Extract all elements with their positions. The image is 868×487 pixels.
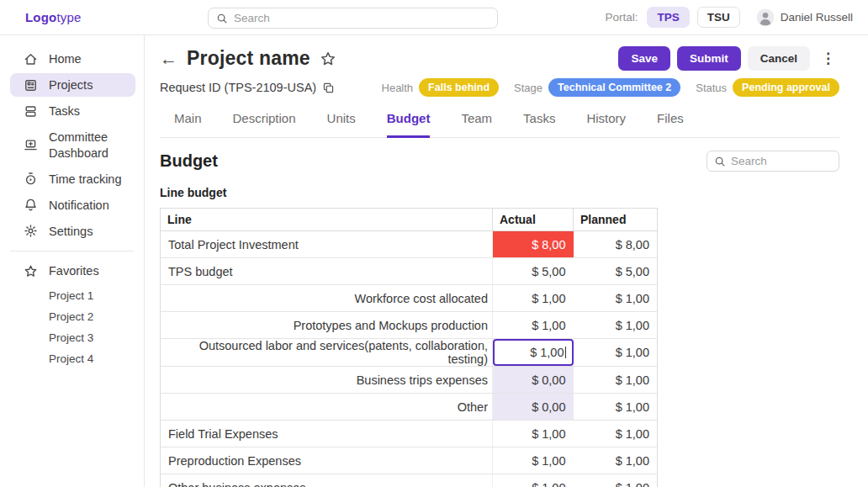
- star-icon: [24, 264, 38, 278]
- badges: Health Falls behind Stage Technical Comm…: [382, 78, 839, 97]
- save-button[interactable]: Save: [618, 46, 670, 71]
- planned-cell[interactable]: $ 1,00: [574, 394, 658, 421]
- planned-cell[interactable]: $ 5,00: [574, 258, 658, 285]
- tab-main[interactable]: Main: [174, 111, 202, 138]
- favorite-project-item[interactable]: Project 3: [10, 327, 135, 348]
- tab-description[interactable]: Description: [233, 111, 296, 138]
- back-arrow-icon[interactable]: ←: [160, 50, 177, 67]
- logo[interactable]: Logotype: [25, 10, 82, 24]
- actual-value: $ 1,00: [530, 346, 564, 359]
- time-tracking-icon: [24, 172, 38, 186]
- budget-header: Budget: [160, 151, 839, 172]
- sidebar-item-home[interactable]: Home: [10, 47, 135, 71]
- favorite-project-item[interactable]: Project 4: [10, 348, 135, 369]
- page-title: Project name: [187, 47, 310, 70]
- kebab-menu-icon[interactable]: ⋮: [817, 50, 839, 67]
- sidebar-item-label: Tasks: [49, 103, 80, 119]
- sidebar: HomeProjectsTasksCommittee DashboardTime…: [0, 35, 145, 487]
- actual-value: $ 1,00: [532, 454, 565, 468]
- settings-icon: [24, 224, 38, 238]
- table-row: Preproduction Expenses$ 1,00$ 1,00: [161, 447, 658, 474]
- topbar: Logotype Portal: TPS TSU Daniel Russell: [0, 0, 868, 35]
- planned-cell[interactable]: $ 1,00: [574, 285, 658, 312]
- sidebar-item-label: Notification: [49, 198, 109, 213]
- portal-chip-tsu[interactable]: TSU: [697, 7, 740, 28]
- health-badge: Falls behind: [419, 78, 499, 97]
- favorite-project-item[interactable]: Project 1: [10, 285, 135, 306]
- sidebar-item-label: Settings: [49, 224, 93, 239]
- sidebar-item-committee-dashboard[interactable]: Committee Dashboard: [10, 125, 135, 164]
- user-menu[interactable]: Daniel Russell: [756, 8, 853, 27]
- line-cell: Business trips expenses: [161, 367, 493, 394]
- planned-cell[interactable]: $ 8,00: [574, 231, 658, 258]
- text-caret: [565, 347, 566, 358]
- stage-badge-group: Stage Technical Committee 2: [514, 78, 680, 97]
- planned-cell[interactable]: $ 1,00: [574, 447, 658, 474]
- line-cell: Other: [161, 394, 493, 421]
- tab-files[interactable]: Files: [657, 111, 684, 138]
- actual-cell[interactable]: $ 1,00: [493, 474, 574, 487]
- stage-badge: Technical Committee 2: [548, 78, 680, 97]
- tab-history[interactable]: History: [586, 111, 626, 138]
- sidebar-item-favorites[interactable]: Favorites: [10, 259, 135, 283]
- line-cell: Prototypes and Mockups production: [161, 312, 493, 339]
- budget-search-input[interactable]: [731, 155, 832, 167]
- actual-cell-focused[interactable]: $ 1,00: [493, 339, 574, 367]
- actual-cell[interactable]: $ 1,00: [493, 285, 574, 312]
- table-row: Business trips expenses$ 0,00$ 1,00: [161, 367, 658, 394]
- main-content: ← Project name Save Submit Cancel ⋮ Requ…: [145, 35, 868, 487]
- submit-button[interactable]: Submit: [677, 46, 741, 71]
- request-id-text: Request ID (TPS-2109-USA): [160, 81, 316, 94]
- sidebar-item-time-tracking[interactable]: Time tracking: [10, 167, 135, 191]
- line-cell: Workforce cost allocated: [161, 285, 493, 312]
- topbar-right: Portal: TPS TSU Daniel Russell: [605, 7, 853, 28]
- sidebar-item-label: Projects: [49, 77, 93, 93]
- sidebar-item-notification[interactable]: Notification: [10, 193, 135, 217]
- favorite-star-icon[interactable]: [320, 50, 336, 67]
- sidebar-item-tasks[interactable]: Tasks: [10, 99, 135, 123]
- copy-icon[interactable]: [322, 82, 335, 94]
- status-label: Status: [696, 82, 727, 94]
- global-search-input[interactable]: [234, 12, 490, 24]
- favorite-project-item[interactable]: Project 2: [10, 306, 135, 327]
- home-icon: [24, 52, 38, 66]
- planned-cell[interactable]: $ 1,00: [574, 367, 658, 394]
- actual-cell[interactable]: $ 0,00: [493, 394, 574, 421]
- tab-team[interactable]: Team: [461, 111, 492, 138]
- tab-tasks[interactable]: Tasks: [523, 111, 555, 138]
- column-header-planned: Planned: [574, 209, 658, 231]
- global-search[interactable]: [208, 8, 498, 29]
- sidebar-nav: HomeProjectsTasksCommittee DashboardTime…: [10, 47, 135, 243]
- line-cell: Outsourced labor and services(patents, c…: [161, 339, 493, 367]
- actual-value: $ 0,00: [532, 400, 565, 414]
- stage-label: Stage: [514, 82, 542, 94]
- planned-cell[interactable]: $ 1,00: [574, 312, 658, 339]
- planned-cell[interactable]: $ 1,00: [574, 339, 658, 367]
- sidebar-item-settings[interactable]: Settings: [10, 220, 135, 243]
- actual-cell[interactable]: $ 1,00: [493, 447, 574, 474]
- table-row: Workforce cost allocated$ 1,00$ 1,00: [161, 285, 658, 312]
- cancel-button[interactable]: Cancel: [748, 46, 810, 71]
- actual-cell[interactable]: $ 0,00: [493, 367, 574, 394]
- actual-cell[interactable]: $ 5,00: [493, 258, 574, 285]
- search-icon: [714, 156, 726, 167]
- projects-icon: [24, 78, 38, 93]
- planned-cell[interactable]: $ 1,00: [574, 421, 658, 447]
- table-row: Other$ 0,00$ 1,00: [161, 394, 658, 421]
- portal-label: Portal:: [605, 11, 638, 24]
- budget-section-heading: Budget: [160, 151, 218, 171]
- actual-cell[interactable]: $ 8,00: [493, 231, 574, 258]
- table-row: Other business expenses$ 1,00$ 1,00: [161, 474, 658, 487]
- tab-budget[interactable]: Budget: [387, 111, 431, 138]
- actual-cell[interactable]: $ 1,00: [493, 312, 574, 339]
- tab-units[interactable]: Units: [327, 111, 356, 138]
- planned-cell[interactable]: $ 1,00: [574, 474, 658, 487]
- sidebar-item-projects[interactable]: Projects: [10, 73, 135, 97]
- actual-cell[interactable]: $ 1,00: [493, 421, 574, 447]
- meta-row: Request ID (TPS-2109-USA) Health Falls b…: [160, 78, 839, 97]
- portal-chip-tps[interactable]: TPS: [647, 7, 689, 28]
- budget-search[interactable]: [707, 151, 839, 172]
- table-header-row: LineActualPlanned: [161, 209, 658, 231]
- sidebar-item-label: Home: [49, 51, 82, 66]
- sidebar-item-label: Time tracking: [49, 172, 121, 187]
